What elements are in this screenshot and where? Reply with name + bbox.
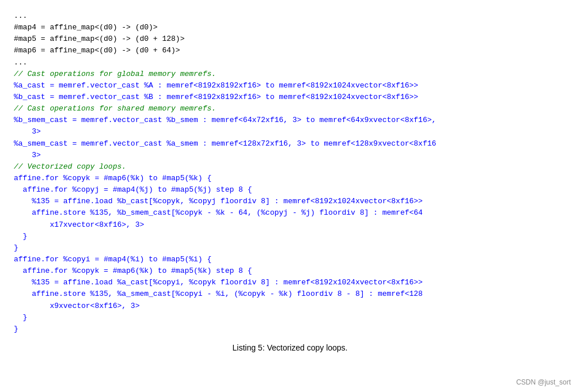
code-line: affine.for %copyi = #map4(%i) to #map5(%… <box>14 254 566 265</box>
code-line: %135 = affine.load %a_cast[%copyi, %copy… <box>14 277 566 288</box>
code-line: #map4 = affine_map<(d0) -> (d0)> <box>14 22 566 33</box>
code-line: affine.store %135, %b_smem_cast[%copyk -… <box>14 207 566 219</box>
code-line: } <box>14 312 566 324</box>
code-line: #map6 = affine_map<(d0) -> (d0 + 64)> <box>14 45 566 56</box>
code-line: %a_smem_cast = memref.vector_cast %a_sme… <box>14 138 566 150</box>
code-line: 3> <box>14 126 566 138</box>
code-line: affine.for %copyk = #map6(%k) to #map5(%… <box>14 265 566 277</box>
code-line: affine.store %135, %a_smem_cast[%copyi -… <box>14 288 566 300</box>
code-line: %b_cast = memref.vector_cast %B : memref… <box>14 92 566 103</box>
code-line: %135 = affine.load %b_cast[%copyk, %copy… <box>14 196 566 207</box>
code-block: ...#map4 = affine_map<(d0) -> (d0)>#map5… <box>14 10 566 335</box>
code-line: affine.for %copyk = #map6(%k) to #map5(%… <box>14 173 566 184</box>
code-line: } <box>14 324 566 335</box>
caption: Listing 5: Vectorized copy loops. <box>14 343 566 352</box>
code-line: ... <box>14 10 566 22</box>
code-line: } <box>14 242 566 254</box>
code-container: ...#map4 = affine_map<(d0) -> (d0)>#map5… <box>0 0 580 358</box>
code-line: x9xvector<8xf16>, 3> <box>14 300 566 312</box>
code-line: affine.for %copyj = #map4(%j) to #map5(%… <box>14 184 566 196</box>
code-line: 3> <box>14 150 566 161</box>
code-line: #map5 = affine_map<(d0) -> (d0 + 128)> <box>14 33 566 45</box>
code-line: %a_cast = memref.vector_cast %A : memref… <box>14 80 566 92</box>
watermark: CSDN @just_sort <box>516 378 571 386</box>
code-line: // Vectorized copy loops. <box>14 161 566 173</box>
code-line: } <box>14 231 566 242</box>
code-line: x17xvector<8xf16>, 3> <box>14 219 566 231</box>
code-line: %b_smem_cast = memref.vector_cast %b_sme… <box>14 115 566 126</box>
code-line: // Cast operations for global memory mem… <box>14 68 566 80</box>
code-line: // Cast operations for shared memory mem… <box>14 103 566 115</box>
code-line: ... <box>14 57 566 68</box>
